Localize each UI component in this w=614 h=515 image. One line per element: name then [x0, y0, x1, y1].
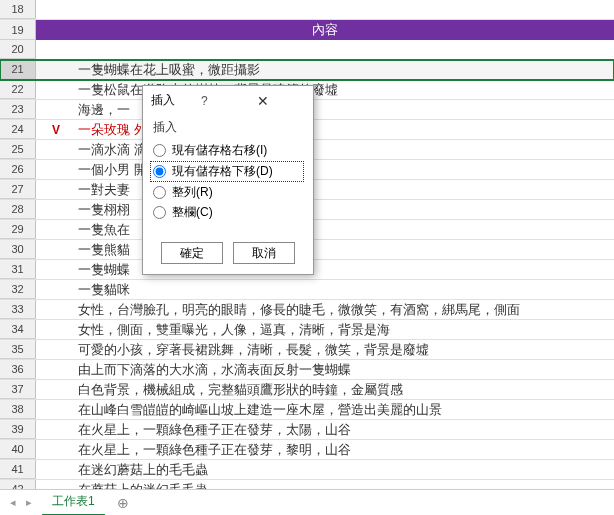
row-header[interactable]: 25	[0, 140, 36, 159]
row-header[interactable]: 35	[0, 340, 36, 359]
sheet-nav-prev-icon[interactable]: ◂	[6, 494, 20, 511]
radio-entire-row[interactable]: 整列(R)	[153, 184, 303, 201]
row-header[interactable]: 40	[0, 440, 36, 459]
radio-entire-col-input[interactable]	[153, 206, 166, 219]
mark-cell[interactable]: V	[36, 123, 76, 137]
ok-button[interactable]: 確定	[161, 242, 223, 264]
row-header[interactable]: 26	[0, 160, 36, 179]
row-header[interactable]: 31	[0, 260, 36, 279]
content-cell[interactable]: 女性，側面，雙重曝光，人像，逼真，清晰，背景是海	[76, 321, 614, 339]
radio-shift-down[interactable]: 現有儲存格下移(D)	[151, 162, 303, 181]
radio-shift-right-input[interactable]	[153, 144, 166, 157]
content-cell[interactable]: 可愛的小孩，穿著長裙跳舞，清晰，長髮，微笑，背景是廢墟	[76, 341, 614, 359]
content-cell[interactable]: 在山峰白雪皚皚的崎嶇山坡上建造一座木屋，營造出美麗的山景	[76, 401, 614, 419]
row-header[interactable]: 33	[0, 300, 36, 319]
insert-dialog: 插入 ? ✕ 插入 現有儲存格右移(I) 現有儲存格下移(D) 整列(R) 整欄…	[142, 85, 314, 275]
column-header-content[interactable]: 內容	[36, 20, 614, 40]
row-header[interactable]: 36	[0, 360, 36, 379]
sheet-tab-1[interactable]: 工作表1	[42, 489, 105, 515]
sheet-tab-bar: ◂ ▸ 工作表1 ⊕	[0, 489, 614, 515]
row-header[interactable]: 21	[0, 60, 36, 79]
row-header[interactable]: 39	[0, 420, 36, 439]
dialog-title-text: 插入	[151, 92, 193, 109]
cancel-button[interactable]: 取消	[233, 242, 295, 264]
content-cell[interactable]: 在火星上，一顆綠色種子正在發芽，太陽，山谷	[76, 421, 614, 439]
row-header[interactable]: 41	[0, 460, 36, 479]
row-header[interactable]: 37	[0, 380, 36, 399]
content-cell[interactable]: 女性，台灣臉孔，明亮的眼睛，修長的睫毛，微微笑，有酒窩，綁馬尾，側面	[76, 301, 614, 319]
row-header[interactable]: 18	[0, 0, 36, 19]
content-cell[interactable]: 一隻蝴蝶在花上吸蜜，微距攝影	[76, 61, 614, 79]
row-header[interactable]: 30	[0, 240, 36, 259]
radio-entire-col[interactable]: 整欄(C)	[153, 204, 303, 221]
close-icon[interactable]: ✕	[251, 93, 305, 109]
content-cell[interactable]: 一隻貓咪	[76, 281, 614, 299]
row-header[interactable]: 24	[0, 120, 36, 139]
row-header[interactable]: 27	[0, 180, 36, 199]
content-cell[interactable]: 在迷幻蘑菇上的毛毛蟲	[76, 461, 614, 479]
content-cell[interactable]: 在火星上，一顆綠色種子正在發芽，黎明，山谷	[76, 441, 614, 459]
content-cell[interactable]: 白色背景，機械組成，完整貓頭鷹形狀的時鐘，金屬質感	[76, 381, 614, 399]
radio-shift-down-input[interactable]	[153, 165, 166, 178]
sheet-nav-next-icon[interactable]: ▸	[22, 494, 36, 511]
insert-group-label: 插入	[153, 119, 303, 136]
row-header[interactable]: 23	[0, 100, 36, 119]
row-header[interactable]: 38	[0, 400, 36, 419]
row-header[interactable]: 34	[0, 320, 36, 339]
radio-shift-right[interactable]: 現有儲存格右移(I)	[153, 142, 303, 159]
help-icon[interactable]: ?	[193, 94, 251, 108]
row-header[interactable]: 28	[0, 200, 36, 219]
row-header[interactable]: 29	[0, 220, 36, 239]
radio-entire-row-input[interactable]	[153, 186, 166, 199]
content-cell[interactable]: 由上而下滴落的大水滴，水滴表面反射一隻蝴蝶	[76, 361, 614, 379]
row-header[interactable]: 32	[0, 280, 36, 299]
row-header[interactable]: 20	[0, 40, 36, 59]
dialog-titlebar: 插入 ? ✕	[143, 86, 313, 115]
add-sheet-icon[interactable]: ⊕	[111, 493, 135, 513]
row-header[interactable]: 22	[0, 80, 36, 99]
row-header[interactable]: 19	[0, 20, 36, 40]
